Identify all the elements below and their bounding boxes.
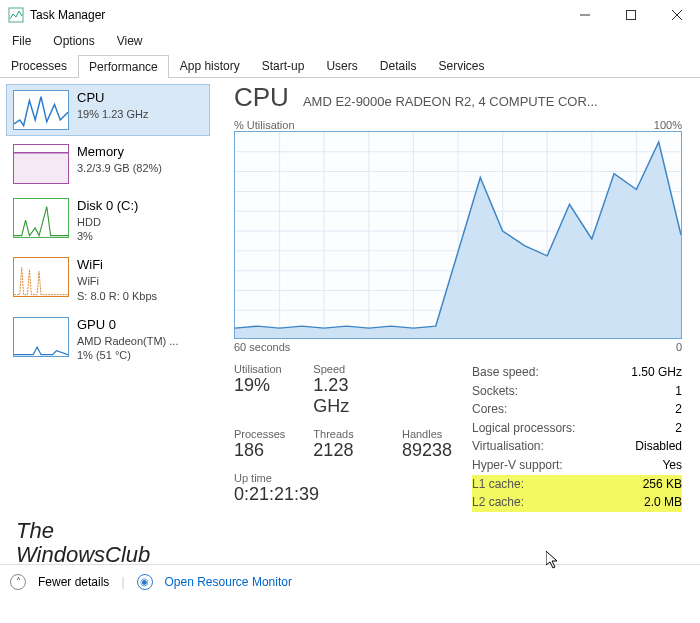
sidebar-item-disk[interactable]: Disk 0 (C:) HDD 3% xyxy=(6,192,210,249)
chart-label-br: 0 xyxy=(676,341,682,353)
svg-rect-2 xyxy=(627,11,636,20)
chart-label-bl: 60 seconds xyxy=(234,341,290,353)
menu-file[interactable]: File xyxy=(6,32,37,50)
sidebar-mem-title: Memory xyxy=(77,144,162,161)
l1-k: L1 cache: xyxy=(472,475,524,494)
uptime-label: Up time xyxy=(234,472,452,484)
sidebar-disk-sub2: 3% xyxy=(77,229,138,243)
window-title: Task Manager xyxy=(30,8,105,22)
proc-label: Processes xyxy=(234,428,285,440)
sidebar-gpu-sub: AMD Radeon(TM) ... xyxy=(77,334,178,348)
l2-v: 2.0 MB xyxy=(644,493,682,512)
hv-k: Hyper-V support: xyxy=(472,456,563,475)
lp-k: Logical processors: xyxy=(472,419,575,438)
gpu-thumb xyxy=(13,317,69,357)
l2-k: L2 cache: xyxy=(472,493,524,512)
tab-performance[interactable]: Performance xyxy=(78,55,169,78)
maximize-button[interactable] xyxy=(608,0,654,30)
util-value: 19% xyxy=(234,375,285,396)
chart-label-tr: 100% xyxy=(654,119,682,131)
sidebar-gpu-title: GPU 0 xyxy=(77,317,178,334)
base-speed-k: Base speed: xyxy=(472,363,539,382)
cores-k: Cores: xyxy=(472,400,507,419)
svg-rect-5 xyxy=(14,153,68,184)
open-resource-monitor-link[interactable]: Open Resource Monitor xyxy=(165,575,292,589)
tab-users[interactable]: Users xyxy=(315,54,368,77)
tab-processes[interactable]: Processes xyxy=(0,54,78,77)
speed-label: Speed xyxy=(313,363,374,375)
cpu-model: AMD E2-9000e RADEON R2, 4 COMPUTE COR... xyxy=(303,94,598,109)
sidebar-disk-title: Disk 0 (C:) xyxy=(77,198,138,215)
tab-details[interactable]: Details xyxy=(369,54,428,77)
tab-app-history[interactable]: App history xyxy=(169,54,251,77)
utilisation-chart xyxy=(234,131,682,339)
tab-start-up[interactable]: Start-up xyxy=(251,54,316,77)
hnd-label: Handles xyxy=(402,428,452,440)
page-title: CPU xyxy=(234,82,289,113)
chevron-up-icon[interactable]: ˄ xyxy=(10,574,26,590)
virt-v: Disabled xyxy=(635,437,682,456)
thr-value: 2128 xyxy=(313,440,374,461)
thr-label: Threads xyxy=(313,428,374,440)
base-speed-v: 1.50 GHz xyxy=(631,363,682,382)
sidebar-item-cpu[interactable]: CPU 19% 1.23 GHz xyxy=(6,84,210,136)
sidebar-item-gpu[interactable]: GPU 0 AMD Radeon(TM) ... 1% (51 °C) xyxy=(6,311,210,368)
sidebar-disk-sub: HDD xyxy=(77,215,138,229)
uptime-value: 0:21:21:39 xyxy=(234,484,452,505)
sidebar-wifi-title: WiFi xyxy=(77,257,157,274)
sidebar-wifi-sub: WiFi xyxy=(77,274,157,288)
virt-k: Virtualisation: xyxy=(472,437,544,456)
sidebar-wifi-sub2: S: 8.0 R: 0 Kbps xyxy=(77,289,157,303)
cores-v: 2 xyxy=(675,400,682,419)
wifi-thumb xyxy=(13,257,69,297)
cpu-thumb xyxy=(13,90,69,130)
sidebar-gpu-sub2: 1% (51 °C) xyxy=(77,348,178,362)
sockets-k: Sockets: xyxy=(472,382,518,401)
memory-thumb xyxy=(13,144,69,184)
l1-v: 256 KB xyxy=(643,475,682,494)
proc-value: 186 xyxy=(234,440,285,461)
minimize-button[interactable] xyxy=(562,0,608,30)
app-icon xyxy=(8,7,24,23)
menu-view[interactable]: View xyxy=(111,32,149,50)
util-label: Utilisation xyxy=(234,363,285,375)
sidebar-cpu-sub: 19% 1.23 GHz xyxy=(77,107,149,121)
menu-options[interactable]: Options xyxy=(47,32,100,50)
fewer-details-link[interactable]: Fewer details xyxy=(38,575,109,589)
resource-monitor-icon[interactable]: ◉ xyxy=(137,574,153,590)
sidebar-mem-sub: 3.2/3.9 GB (82%) xyxy=(77,161,162,175)
sidebar-item-memory[interactable]: Memory 3.2/3.9 GB (82%) xyxy=(6,138,210,190)
chart-label-tl: % Utilisation xyxy=(234,119,295,131)
hnd-value: 89238 xyxy=(402,440,452,461)
disk-thumb xyxy=(13,198,69,238)
speed-value: 1.23 GHz xyxy=(313,375,374,417)
sidebar-item-wifi[interactable]: WiFi WiFi S: 8.0 R: 0 Kbps xyxy=(6,251,210,308)
hv-v: Yes xyxy=(662,456,682,475)
sidebar-cpu-title: CPU xyxy=(77,90,149,107)
tab-services[interactable]: Services xyxy=(427,54,495,77)
lp-v: 2 xyxy=(675,419,682,438)
close-button[interactable] xyxy=(654,0,700,30)
sockets-v: 1 xyxy=(675,382,682,401)
